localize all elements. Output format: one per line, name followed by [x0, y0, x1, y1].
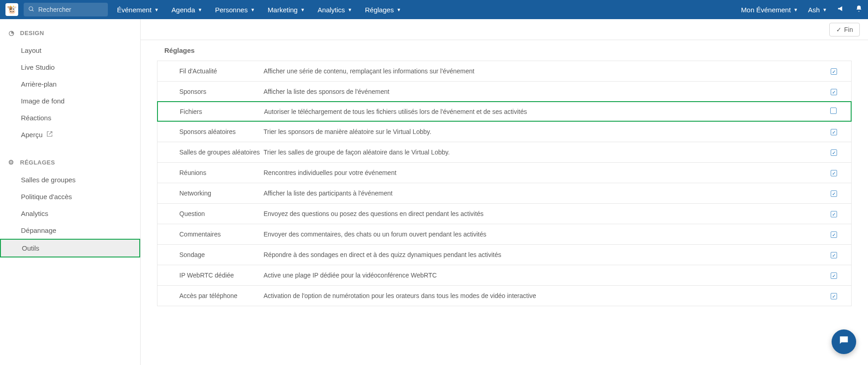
search-input[interactable] [38, 6, 103, 13]
megaphone-icon[interactable] [837, 5, 845, 15]
main: ✓ Fin Réglages Fil d'ActualitéAfficher u… [141, 19, 868, 365]
sidebar-item-analytics[interactable]: Analytics [0, 205, 140, 222]
content-scroll[interactable]: Réglages Fil d'ActualitéAfficher une sér… [141, 40, 868, 365]
setting-row: CommentairesEnvoyer des commentaires, de… [157, 224, 851, 244]
chevron-down-icon: ▼ [154, 7, 159, 12]
sidebar-settings-header: ⚙ RÉGLAGES [0, 159, 140, 171]
setting-desc: Autoriser le téléchargement de tous les … [264, 108, 824, 115]
sidebar-item-outils[interactable]: Outils [0, 239, 140, 257]
setting-checkbox-cell [825, 169, 843, 177]
setting-checkbox-cell [825, 251, 843, 259]
chevron-down-icon: ▼ [396, 7, 401, 12]
setting-checkbox-cell [824, 108, 843, 115]
sidebar-design-label: DESIGN [20, 30, 44, 36]
nav-reglages[interactable]: Réglages▼ [365, 6, 401, 14]
nav-evenement[interactable]: Événement▼ [117, 6, 159, 14]
setting-checkbox-cell [825, 272, 843, 279]
checkbox[interactable] [831, 211, 837, 217]
action-bar: ✓ Fin [141, 19, 868, 40]
setting-row: Accès par téléphoneActivation de l'optio… [157, 285, 851, 306]
setting-checkbox-cell [825, 67, 843, 75]
setting-name: Sponsors aléatoires [179, 128, 264, 135]
nav-personnes[interactable]: Personnes▼ [215, 6, 255, 14]
external-link-icon [46, 131, 53, 139]
chevron-down-icon: ▼ [198, 7, 203, 12]
checkbox[interactable] [831, 293, 837, 299]
setting-row: IP WebRTC dédiéeActive une plage IP dédi… [157, 265, 851, 285]
app-logo[interactable]: 🐮 [5, 3, 18, 16]
chevron-down-icon: ▼ [300, 7, 305, 12]
setting-name: Commentaires [179, 231, 264, 238]
bell-icon[interactable] [855, 5, 863, 14]
sidebar: ◔ DESIGN Layout Live Studio Arrière-plan… [0, 19, 141, 365]
checkbox[interactable] [831, 272, 837, 279]
sidebar-item-arriereplan[interactable]: Arrière-plan [0, 76, 140, 93]
setting-desc: Afficher la liste des sponsors de l'évén… [264, 88, 825, 95]
setting-checkbox-cell [825, 190, 843, 197]
user-menu[interactable]: Ash▼ [808, 6, 827, 14]
setting-desc: Afficher une série de contenu, remplaçan… [264, 67, 825, 75]
setting-desc: Répondre à des sondages en direct et à d… [264, 251, 825, 258]
setting-name: IP WebRTC dédiée [179, 272, 264, 279]
setting-checkbox-cell [825, 88, 843, 96]
setting-name: Réunions [179, 169, 264, 176]
checkbox[interactable] [831, 129, 837, 135]
chevron-down-icon: ▼ [793, 7, 798, 12]
sidebar-item-politique[interactable]: Politique d'accès [0, 188, 140, 205]
setting-row: QuestionEnvoyez des questions ou posez d… [157, 203, 851, 224]
chevron-down-icon: ▼ [250, 7, 255, 12]
sidebar-item-reactions[interactable]: Réactions [0, 109, 140, 126]
topbar: 🐮 Événement▼ Agenda▼ Personnes▼ Marketin… [0, 0, 868, 19]
setting-checkbox-cell [825, 292, 843, 300]
sidebar-item-apercu[interactable]: Aperçu [0, 126, 140, 143]
sidebar-item-depannage[interactable]: Dépannage [0, 222, 140, 239]
gear-icon: ⚙ [7, 159, 15, 166]
svg-line-1 [32, 10, 34, 11]
event-switcher[interactable]: Mon Événement▼ [741, 6, 798, 14]
checkbox[interactable] [831, 252, 837, 258]
setting-row: Salles de groupes aléatoiresTrier les sa… [157, 142, 851, 162]
sidebar-item-layout[interactable]: Layout [0, 42, 140, 59]
setting-row: SondageRépondre à des sondages en direct… [157, 244, 851, 265]
nav-marketing[interactable]: Marketing▼ [268, 6, 305, 14]
sidebar-item-salles[interactable]: Salles de groupes [0, 171, 140, 188]
setting-desc: Afficher la liste des participants à l'é… [264, 190, 825, 197]
setting-name: Fil d'Actualité [179, 67, 264, 75]
checkbox[interactable] [831, 149, 837, 156]
chat-icon [838, 334, 850, 349]
setting-row: SponsorsAfficher la liste des sponsors d… [157, 81, 851, 102]
chevron-down-icon: ▼ [348, 7, 352, 12]
setting-row: RéunionsRencontres individuelles pour vo… [157, 162, 851, 183]
setting-name: Sponsors [179, 88, 264, 95]
setting-name: Accès par téléphone [179, 292, 264, 299]
sidebar-item-imagedefond[interactable]: Image de fond [0, 93, 140, 109]
checkbox[interactable] [831, 89, 837, 95]
setting-checkbox-cell [825, 128, 843, 136]
checkbox[interactable] [830, 108, 837, 114]
top-nav: Événement▼ Agenda▼ Personnes▼ Marketing▼… [117, 6, 741, 14]
setting-name: Fichiers [180, 108, 264, 115]
checkbox[interactable] [831, 190, 837, 197]
search-box[interactable] [24, 3, 108, 16]
settings-table: Fil d'ActualitéAfficher une série de con… [157, 61, 852, 306]
svg-point-0 [29, 6, 33, 10]
check-icon: ✓ [836, 26, 842, 33]
setting-row: Fil d'ActualitéAfficher une série de con… [157, 61, 851, 81]
setting-desc: Envoyer des commentaires, des chats ou u… [264, 231, 825, 238]
setting-desc: Trier les sponsors de manière aléatoire … [264, 128, 825, 135]
checkbox[interactable] [831, 68, 837, 75]
checkbox[interactable] [831, 231, 837, 238]
fin-button[interactable]: ✓ Fin [829, 23, 860, 36]
panel-title: Réglages [157, 40, 852, 61]
setting-row: Sponsors aléatoiresTrier les sponsors de… [157, 121, 851, 142]
nav-agenda[interactable]: Agenda▼ [172, 6, 203, 14]
setting-checkbox-cell [825, 231, 843, 238]
checkbox[interactable] [831, 170, 837, 176]
sidebar-item-livestudio[interactable]: Live Studio [0, 59, 140, 76]
setting-checkbox-cell [825, 210, 843, 218]
nav-analytics[interactable]: Analytics▼ [318, 6, 352, 14]
chat-bubble[interactable] [832, 329, 856, 354]
search-icon [28, 6, 35, 14]
sidebar-design-header: ◔ DESIGN [0, 29, 140, 42]
fin-label: Fin [844, 26, 853, 33]
